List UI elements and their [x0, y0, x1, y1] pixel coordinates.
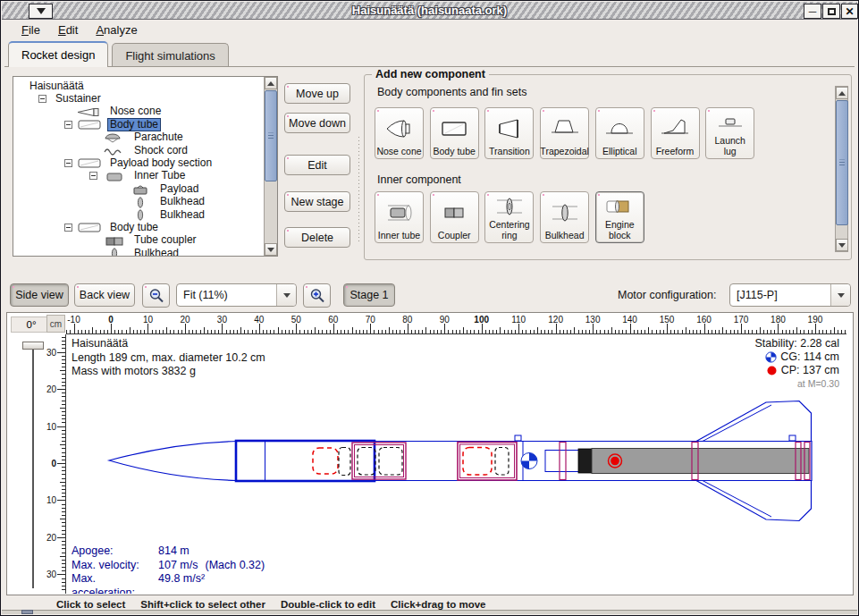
- tree-item-nose-cone[interactable]: Nose cone: [13, 105, 264, 118]
- ruler-tick: [62, 404, 65, 405]
- add-bulkhead-button[interactable]: Bulkhead: [540, 191, 589, 243]
- move-up-button[interactable]: Move up: [284, 83, 350, 104]
- ruler-tick: [315, 327, 316, 333]
- add-body-tube-button[interactable]: Body tube: [430, 107, 479, 159]
- engine-block[interactable]: [578, 449, 592, 473]
- zoom-out-button[interactable]: [142, 283, 170, 308]
- component-scrollbar[interactable]: [835, 86, 848, 252]
- tree-item-sustainer[interactable]: Sustainer: [13, 92, 264, 105]
- tree-item-payload[interactable]: Payload: [13, 182, 264, 195]
- motor[interactable]: [592, 449, 809, 474]
- bulkhead-marker[interactable]: [495, 448, 509, 476]
- scrollbar-thumb[interactable]: [836, 100, 848, 225]
- combo-arrow-button[interactable]: [830, 284, 850, 306]
- cg-icon: [765, 351, 777, 363]
- minimize-button[interactable]: ─: [804, 4, 821, 19]
- ruler-tick: [62, 415, 65, 416]
- ruler-tick: [62, 496, 65, 497]
- tree-item-shock-cord[interactable]: Shock cord: [13, 144, 264, 156]
- ruler-tick: [311, 330, 312, 333]
- add-coupler-button[interactable]: Coupler: [430, 191, 479, 243]
- tree-collapse-icon[interactable]: [64, 224, 72, 232]
- delete-button[interactable]: Delete: [284, 227, 350, 248]
- launch-lug[interactable]: [515, 435, 521, 441]
- stage-1-toggle[interactable]: Stage 1: [343, 283, 395, 307]
- tree-item-body-tube[interactable]: Body tube: [13, 221, 264, 233]
- add-centering-ring-button[interactable]: Centering ring: [484, 191, 534, 243]
- scroll-up-button[interactable]: [836, 87, 848, 99]
- tree-item-tube-coupler[interactable]: Tube coupler: [13, 234, 264, 247]
- add-inner-tube-button[interactable]: Inner tube: [375, 191, 424, 243]
- tree-item-payload-body-section[interactable]: Payload body section: [13, 156, 264, 169]
- ruler-tick: [489, 330, 490, 333]
- add-engine-block-button[interactable]: Engine block: [595, 191, 644, 243]
- tree-item-label: Nose cone: [108, 105, 163, 117]
- tree-item-body-tube[interactable]: Body tube: [13, 118, 264, 131]
- add-transition-button[interactable]: Transition: [484, 107, 534, 159]
- shock-cord-marker[interactable]: [339, 448, 350, 476]
- bulkhead-marker[interactable]: [379, 448, 402, 476]
- tab-flight-simulations[interactable]: Flight simulations: [112, 43, 228, 67]
- menu-analyze[interactable]: Analyze: [88, 21, 145, 38]
- new-stage-button[interactable]: New stage: [284, 191, 350, 212]
- pane-splitter-handle[interactable]: [357, 135, 360, 242]
- bulkhead-marker[interactable]: [358, 448, 375, 476]
- zoom-level-combo[interactable]: Fit (11%): [176, 283, 297, 307]
- scrollbar-thumb[interactable]: [265, 90, 277, 181]
- tree-item-bulkhead[interactable]: Bulkhead: [13, 208, 264, 221]
- side-view-button[interactable]: Side view: [10, 283, 69, 307]
- maximize-button[interactable]: [822, 4, 840, 19]
- tab-rocket-design[interactable]: Rocket design: [8, 41, 108, 67]
- tree-collapse-icon[interactable]: [64, 121, 72, 129]
- move-down-button[interactable]: Move down: [284, 113, 350, 133]
- back-view-button[interactable]: Back view: [74, 283, 135, 307]
- tree-item-parachute[interactable]: Parachute: [13, 131, 264, 144]
- add-nose-cone-button[interactable]: Nose cone: [375, 107, 424, 159]
- scroll-down-button[interactable]: [265, 243, 277, 256]
- centering-ring[interactable]: [560, 443, 566, 480]
- slider-handle[interactable]: [22, 342, 44, 350]
- ruler-label: 70: [366, 315, 375, 325]
- title-bar[interactable]: Haisunäätä (haisunaata.ork) ─ ✕: [2, 2, 857, 20]
- tree-collapse-icon[interactable]: [64, 159, 72, 167]
- ruler-tick: [337, 330, 338, 333]
- motor-mount-tube[interactable]: [545, 451, 581, 472]
- selected-body-tube[interactable]: [236, 441, 375, 481]
- add-elliptical-button[interactable]: Elliptical: [595, 107, 644, 159]
- close-button[interactable]: ✕: [841, 4, 858, 19]
- ruler-tick: [62, 434, 65, 435]
- parachute-marker[interactable]: [313, 448, 338, 474]
- window-menu-button[interactable]: [29, 4, 53, 19]
- scroll-up-button[interactable]: [265, 77, 277, 89]
- add-trapezoidal-button[interactable]: Trapezoidal: [540, 107, 589, 159]
- ruler-tick: [756, 330, 757, 333]
- window-resize-grip[interactable]: [21, 610, 33, 614]
- zoom-in-button[interactable]: [303, 283, 331, 308]
- add-launch-lug-button[interactable]: Launch lug: [705, 107, 754, 159]
- payload-marker[interactable]: [463, 448, 492, 476]
- tree-collapse-icon[interactable]: [89, 172, 97, 180]
- ruler-label: -30: [46, 347, 56, 357]
- scroll-down-button[interactable]: [836, 239, 848, 251]
- tree-item-bulkhead[interactable]: Bulkhead: [13, 247, 264, 256]
- rocket-canvas[interactable]: Haisunäätä Length 189 cm, max. diameter …: [66, 334, 846, 594]
- tree-item-haisun-t[interactable]: Haisunäätä: [13, 80, 264, 92]
- motor-configuration-combo[interactable]: [J115-P]: [729, 283, 851, 307]
- tree-item-bulkhead[interactable]: Bulkhead: [13, 196, 264, 208]
- ruler-tick: [734, 330, 735, 333]
- rotation-slider[interactable]: [18, 340, 48, 592]
- add-freeform-button[interactable]: Freeform: [651, 107, 700, 159]
- ruler-tick: [560, 330, 560, 333]
- slider-track[interactable]: [32, 349, 34, 588]
- menu-edit[interactable]: Edit: [50, 21, 86, 38]
- edit-button[interactable]: Edit: [284, 155, 350, 175]
- ruler-tick: [841, 330, 842, 333]
- menu-file[interactable]: File: [13, 21, 48, 38]
- tree-item-inner-tube[interactable]: Inner Tube: [13, 170, 264, 182]
- ruler-tick: [389, 327, 390, 333]
- combo-arrow-button[interactable]: [276, 284, 296, 306]
- tree-collapse-icon[interactable]: [38, 95, 46, 103]
- component-tree[interactable]: HaisunäätäSustainerNose coneBody tubePar…: [13, 77, 264, 256]
- tree-scrollbar[interactable]: [264, 77, 277, 256]
- launch-lug[interactable]: [789, 435, 796, 441]
